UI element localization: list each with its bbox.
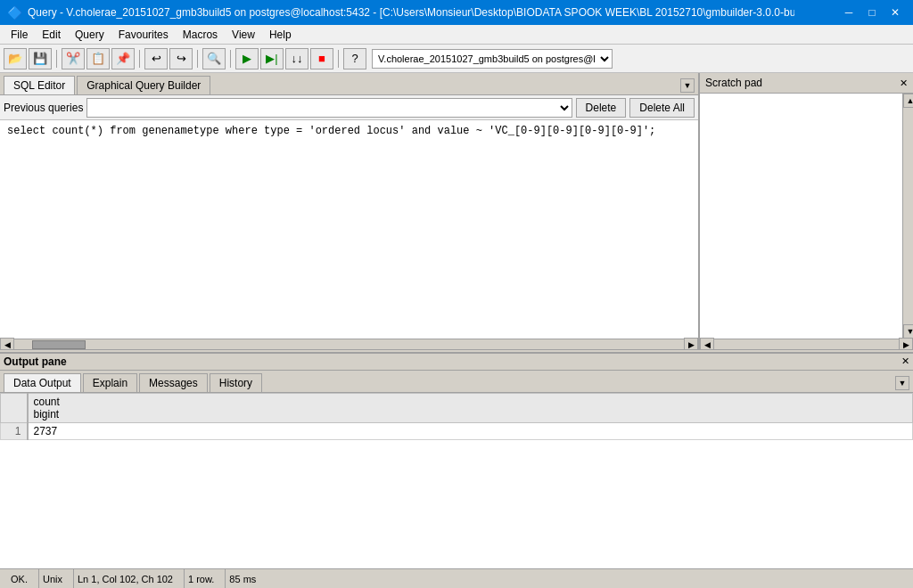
- toolbar-redo-btn[interactable]: ↪: [169, 48, 193, 69]
- toolbar-sep-5: [338, 50, 339, 68]
- toolbar-copy-btn[interactable]: 📋: [86, 48, 110, 69]
- data-table: countbigint 1 2737: [0, 393, 913, 440]
- hscroll-right-arrow[interactable]: ▶: [684, 338, 698, 350]
- table-header-count-bigint: countbigint: [28, 393, 913, 422]
- menu-file[interactable]: File: [4, 27, 35, 43]
- hscroll-left-arrow[interactable]: ◀: [0, 338, 14, 350]
- scratch-pad-vscroll[interactable]: ▲ ▼: [902, 94, 913, 339]
- toolbar-sep-1: [56, 50, 57, 68]
- tab-sql-editor[interactable]: SQL Editor: [4, 76, 75, 94]
- query-tab-bar: SQL Editor Graphical Query Builder ▼: [0, 73, 698, 95]
- scratch-vscroll-track[interactable]: [903, 108, 913, 324]
- title-bar: 🔷 Query - V.cholerae_20151027_gmb3build5…: [0, 0, 913, 25]
- table-cell-count-1: 2737: [28, 422, 913, 439]
- toolbar-sep-2: [139, 50, 140, 68]
- title-bar-left: 🔷 Query - V.cholerae_20151027_gmb3build5…: [7, 5, 794, 20]
- scratch-pad-header: Scratch pad ✕: [700, 73, 913, 94]
- scratch-hscroll-left[interactable]: ◀: [700, 338, 714, 350]
- status-position: Ln 1, Col 102, Ch 102: [74, 569, 185, 588]
- toolbar-connection: V.cholerae_20151027_gmb3build5 on postgr…: [372, 49, 613, 69]
- scratch-vscroll-up[interactable]: ▲: [903, 94, 913, 108]
- connection-select[interactable]: V.cholerae_20151027_gmb3build5 on postgr…: [372, 49, 613, 69]
- toolbar-run-count-btn[interactable]: ↓↓: [285, 48, 308, 69]
- minimize-button[interactable]: ─: [838, 4, 860, 21]
- status-rows: 1 row.: [185, 569, 226, 588]
- tab-explain[interactable]: Explain: [83, 373, 137, 392]
- toolbar-cut-btn[interactable]: ✂️: [62, 48, 85, 69]
- output-title: Output pane: [4, 355, 67, 368]
- query-panel: SQL Editor Graphical Query Builder ▼ Pre…: [0, 73, 699, 349]
- scratch-pad-hscroll[interactable]: ◀ ▶: [700, 339, 913, 349]
- output-tab-dropdown[interactable]: ▼: [895, 376, 909, 390]
- query-tab-dropdown[interactable]: ▼: [680, 78, 695, 93]
- query-toolbar: Previous queries Delete Delete All: [0, 95, 698, 120]
- toolbar-run-sel-btn[interactable]: ▶|: [260, 48, 284, 69]
- toolbar-sep-3: [197, 50, 198, 68]
- tab-messages[interactable]: Messages: [139, 373, 208, 392]
- title-bar-controls: ─ □ ✕: [838, 4, 906, 21]
- output-tabs: Data Output Explain Messages History ▼: [0, 371, 913, 393]
- tab-graphical-query-builder[interactable]: Graphical Query Builder: [77, 76, 210, 94]
- toolbar: 📂 💾 ✂️ 📋 📌 ↩ ↪ 🔍 ▶ ▶| ↓↓ ■ ? V.cholerae_…: [0, 45, 913, 73]
- scratch-pad-title: Scratch pad: [705, 77, 762, 89]
- output-close-btn[interactable]: ✕: [901, 355, 909, 367]
- hscroll-thumb[interactable]: [32, 340, 86, 349]
- upper-pane: SQL Editor Graphical Query Builder ▼ Pre…: [0, 73, 913, 349]
- tab-data-output[interactable]: Data Output: [4, 373, 81, 392]
- delete-button[interactable]: Delete: [576, 98, 627, 118]
- status-time: 85 ms: [226, 569, 267, 588]
- toolbar-stop-btn[interactable]: ■: [310, 48, 333, 69]
- toolbar-run-btn[interactable]: ▶: [235, 48, 259, 69]
- tab-history[interactable]: History: [210, 373, 262, 392]
- sql-content: select count(*) from genenametype where …: [7, 125, 655, 137]
- table-row: 1 2737: [1, 422, 913, 439]
- status-bar: OK. Unix Ln 1, Col 102, Ch 102 1 row. 85…: [0, 568, 913, 588]
- data-table-wrapper[interactable]: countbigint 1 2737: [0, 393, 913, 568]
- scratch-hscroll-right[interactable]: ▶: [899, 338, 913, 350]
- sql-editor-area[interactable]: select count(*) from genenametype where …: [0, 120, 698, 339]
- hscroll-track[interactable]: [14, 339, 684, 350]
- toolbar-undo-btn[interactable]: ↩: [144, 48, 168, 69]
- menu-query[interactable]: Query: [68, 27, 111, 43]
- scratch-pad: Scratch pad ✕ ▲ ▼ ◀ ▶: [699, 73, 913, 349]
- table-header-rownum: [1, 393, 28, 422]
- menu-edit[interactable]: Edit: [35, 27, 68, 43]
- menu-bar: File Edit Query Favourites Macros View H…: [0, 25, 913, 45]
- menu-macros[interactable]: Macros: [176, 27, 225, 43]
- toolbar-paste-btn[interactable]: 📌: [111, 48, 135, 69]
- app-icon: 🔷: [7, 5, 22, 20]
- prev-queries-label: Previous queries: [4, 102, 83, 114]
- main-content: SQL Editor Graphical Query Builder ▼ Pre…: [0, 73, 913, 568]
- output-header: Output pane ✕: [0, 353, 913, 371]
- toolbar-sep-4: [230, 50, 231, 68]
- prev-queries-select[interactable]: [86, 98, 572, 118]
- close-button[interactable]: ✕: [884, 4, 906, 21]
- scratch-pad-close-btn[interactable]: ✕: [900, 78, 908, 89]
- menu-favourites[interactable]: Favourites: [111, 27, 176, 43]
- toolbar-open-btn[interactable]: 📂: [4, 48, 27, 69]
- toolbar-search-btn[interactable]: 🔍: [202, 48, 226, 69]
- status-ok: OK.: [7, 569, 39, 588]
- status-encoding: Unix: [39, 569, 74, 588]
- toolbar-explain-btn[interactable]: ?: [343, 48, 366, 69]
- output-pane: Output pane ✕ Data Output Explain Messag…: [0, 353, 913, 568]
- toolbar-save-btn[interactable]: 💾: [29, 48, 52, 69]
- scratch-pad-inner: ▲ ▼: [700, 94, 913, 339]
- menu-view[interactable]: View: [225, 27, 262, 43]
- query-hscroll[interactable]: ◀ ▶: [0, 339, 698, 349]
- delete-all-button[interactable]: Delete All: [629, 98, 695, 118]
- title-bar-text: Query - V.cholerae_20151027_gmb3build5 o…: [28, 6, 794, 19]
- menu-help[interactable]: Help: [262, 27, 299, 43]
- restore-button[interactable]: □: [861, 4, 883, 21]
- scratch-pad-content[interactable]: [700, 94, 902, 339]
- table-cell-rownum-1: 1: [1, 422, 28, 439]
